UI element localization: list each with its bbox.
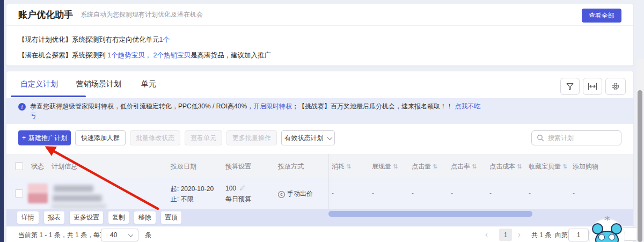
sort-icon[interactable]: ⇅ <box>517 163 522 170</box>
remove-button[interactable]: 移除 <box>134 211 156 224</box>
settings-button[interactable] <box>605 78 626 95</box>
tab-unit[interactable]: 单元 <box>141 79 156 89</box>
existing-plan-optimization-line: 【现有计划优化】系统探测到有有定向优化单元1个 <box>18 35 170 45</box>
detail-button[interactable]: 详情 <box>17 211 39 224</box>
hot-items-link[interactable]: 2个热销宝贝 <box>151 52 191 59</box>
campaign-manager-page: { "colors": { "primary": "#4a57d9", "lin… <box>0 0 644 242</box>
edit-pencil-icon[interactable] <box>239 185 246 191</box>
budget-amount: 100 <box>225 185 236 192</box>
goto-page-label: 向第 <box>555 231 568 240</box>
column-width-button[interactable] <box>583 78 602 95</box>
cell-clicks: - <box>412 189 414 197</box>
assistant-mascot[interactable] <box>588 216 627 242</box>
new-campaign-label: 新建推广计划 <box>28 134 67 143</box>
bid-method: c手动出价 <box>278 189 313 199</box>
next-page-button[interactable]: › <box>518 230 521 239</box>
view-all-button[interactable]: 查看全部 <box>582 9 621 23</box>
sort-icon[interactable]: ⇅ <box>472 163 477 170</box>
gear-icon <box>611 82 620 91</box>
view-unit-button[interactable]: 查看单元 <box>185 130 222 145</box>
current-page-button[interactable]: 1 <box>499 229 512 241</box>
select-all-checkbox[interactable] <box>15 162 23 170</box>
quick-add-audience-button[interactable]: 快速添加人群 <box>75 130 126 145</box>
vertical-scrollbar[interactable] <box>638 90 642 242</box>
col-plan-info: 计划信息 <box>52 162 77 171</box>
challenge-signup-link-wrap[interactable]: 亏 <box>30 112 36 119</box>
copy-button[interactable]: 复制 <box>108 211 129 224</box>
trend-items-link[interactable]: 1个趋势宝贝， <box>107 52 151 59</box>
table-row[interactable]: 起: 2020-10-20 止: 不限 100 每日预算 c手动出价 - - -… <box>6 178 633 209</box>
left-nav-edge <box>0 0 4 242</box>
sort-icon[interactable]: ⇅ <box>346 163 351 170</box>
search-input[interactable] <box>548 134 607 142</box>
col-budget: 预算设置 <box>225 162 251 171</box>
search-box <box>531 130 621 145</box>
horizontal-scrollbar[interactable] <box>328 211 532 217</box>
sort-icon[interactable]: ⇅ <box>433 163 437 170</box>
chevron-down-icon <box>327 135 332 140</box>
page-size-value: 40 <box>110 231 117 239</box>
status-filter-dropdown[interactable]: 有效状态计划 <box>281 130 335 145</box>
col-ctr[interactable]: 点击率⇅ <box>451 162 477 171</box>
report-button[interactable]: 报表 <box>44 211 64 224</box>
cell-cpc: - <box>489 189 492 197</box>
col-favorites-label: 收藏宝贝量 <box>529 163 561 170</box>
page-size-unit: 条 <box>145 231 151 240</box>
row-action-strip: 详情 报表 更多设置 复制 移除 置顶 <box>6 209 633 226</box>
col-impressions[interactable]: 展现量⇅ <box>372 162 398 171</box>
campaign-list-card: 自定义计划 营销场景计划 单元 i 恭喜您获得超级管家限时特权，低价引流稳定转化… <box>6 71 633 242</box>
batch-modify-status-button[interactable]: 批量修改状态 <box>130 130 180 145</box>
col-cpc[interactable]: 点击成本⇅ <box>489 162 522 171</box>
col-add-cart[interactable]: 添加购物 <box>573 162 598 171</box>
info-icon: i <box>18 103 26 111</box>
cell-impressions: - <box>372 189 374 197</box>
notice-text2: ；【挑战赛】百万奖池最后瓜分机会，速来报名领取！！ <box>292 102 455 110</box>
col-schedule: 投放日期 <box>171 162 196 171</box>
col-impressions-label: 展现量 <box>372 163 391 170</box>
cell-add-cart: - <box>573 189 575 197</box>
schedule-start: 起: 2020-10-20 <box>171 185 214 194</box>
sort-icon[interactable]: ⇅ <box>393 163 398 170</box>
filter-button[interactable] <box>560 78 580 95</box>
open-privilege-link[interactable]: 开启限时特权 <box>253 102 292 110</box>
column-width-icon <box>588 83 597 90</box>
new-campaign-button[interactable]: +新建推广计划 <box>18 130 71 145</box>
col-clicks[interactable]: 点击量⇅ <box>412 162 437 171</box>
mascot-antenna-icon <box>604 216 611 221</box>
more-batch-operations-button[interactable]: 更多批量操作 <box>226 130 277 145</box>
notice-text1: 恭喜您获得超级管家限时特权，低价引流稳定转化，PPC低30% / ROI高40%… <box>30 102 253 110</box>
line1-text: 【现有计划优化】系统探测到有有定向优化单元 <box>18 36 159 43</box>
prev-page-button[interactable]: ‹ <box>485 230 488 239</box>
goto-page-input[interactable] <box>568 229 589 241</box>
plan-name-blurred <box>53 195 102 202</box>
pagination-bar: 当前第 1 - 1 条，共 1 条，每页展示 40 条 ‹ 1 › 共 1 条 … <box>6 226 633 242</box>
budget-type: 每日预算 <box>225 195 251 204</box>
line2-text1: 【潜在机会探索】系统探测到 <box>18 52 107 59</box>
plus-icon: + <box>22 134 26 142</box>
page-title: 账户优化助手 <box>18 9 73 21</box>
cell-spend: - <box>332 189 334 197</box>
tab-marketing-scene-plan[interactable]: 营销场景计划 <box>76 79 121 89</box>
challenge-signup-link[interactable]: 点我不吃 <box>455 102 480 110</box>
active-tab-underline <box>11 96 86 97</box>
col-cpc-label: 点击成本 <box>489 163 515 170</box>
filter-icon <box>566 82 574 91</box>
page-subtitle: 系统自动为您探测现有计划优化及潜在机会 <box>80 10 203 19</box>
bid-method-label: 手动出价 <box>287 190 313 197</box>
plan-name-blurred <box>54 185 93 192</box>
mascot-eye <box>598 234 605 240</box>
table-header: 状态 计划信息 投放日期 预算设置 投放方式 消耗⇅ 展现量⇅ 点击量⇅ 点击率… <box>6 154 633 178</box>
line1-count-link[interactable]: 1个 <box>159 36 170 43</box>
vertical-scrollbar-track <box>636 59 644 242</box>
col-clicks-label: 点击量 <box>412 163 431 170</box>
page-size-select[interactable]: 40 <box>101 229 138 241</box>
pin-top-button[interactable]: 置顶 <box>161 211 181 224</box>
col-add-cart-label: 添加购物 <box>573 163 598 170</box>
schedule-end: 止: 不限 <box>171 195 194 204</box>
row-checkbox[interactable] <box>15 189 23 197</box>
sort-icon[interactable]: ⇅ <box>562 163 567 170</box>
col-spend[interactable]: 消耗⇅ <box>332 162 351 171</box>
more-settings-button[interactable]: 更多设置 <box>70 211 103 224</box>
tab-custom-plan[interactable]: 自定义计划 <box>20 79 58 89</box>
col-favorites[interactable]: 收藏宝贝量⇅ <box>529 162 567 171</box>
